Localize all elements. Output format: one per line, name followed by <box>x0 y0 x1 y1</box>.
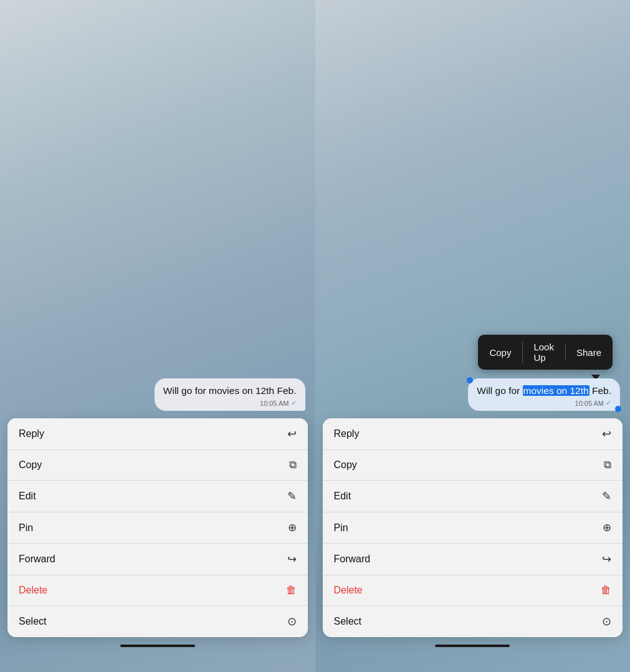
right-context-menu: Reply ↩ Copy ⧉ Edit ✎ Pin ⊕ Forward ↪ De… <box>323 418 623 637</box>
left-menu-edit-label: Edit <box>19 491 36 502</box>
left-menu-copy-label: Copy <box>19 459 42 471</box>
left-message-area: Will go for movies on 12th Feb. 10:05 AM… <box>0 378 315 418</box>
right-menu-copy[interactable]: Copy ⧉ <box>323 450 623 481</box>
right-text-selected: movies on 12th <box>523 385 589 396</box>
left-panel: Will go for movies on 12th Feb. 10:05 AM… <box>0 0 315 672</box>
right-home-indicator <box>435 645 510 647</box>
right-menu-select[interactable]: Select ⊙ <box>323 606 623 637</box>
left-menu-pin[interactable]: Pin ⊕ <box>7 512 308 544</box>
left-menu-delete-label: Delete <box>19 585 47 596</box>
toolbar-lookup-btn[interactable]: Look Up <box>522 335 565 370</box>
right-menu-forward[interactable]: Forward ↪ <box>323 544 623 575</box>
left-copy-icon: ⧉ <box>289 459 297 471</box>
left-menu-copy[interactable]: Copy ⧉ <box>7 450 308 481</box>
right-menu-edit-label: Edit <box>334 491 351 502</box>
left-reply-icon: ↩ <box>287 427 297 441</box>
left-edit-icon: ✎ <box>287 489 297 503</box>
toolbar-copy-btn[interactable]: Copy <box>478 340 522 365</box>
selection-handle-right <box>615 406 621 412</box>
left-message-meta: 10:05 AM ✓ <box>163 399 297 407</box>
right-message-time: 10:05 AM <box>575 400 604 407</box>
left-forward-icon: ↪ <box>287 552 297 566</box>
right-menu-delete[interactable]: Delete 🗑 <box>323 575 623 606</box>
left-message-time: 10:05 AM <box>260 400 289 407</box>
left-select-icon: ⊙ <box>287 615 297 628</box>
right-panel: Copy Look Up Share Will go for movies on… <box>315 0 631 672</box>
left-message-bubble: Will go for movies on 12th Feb. 10:05 AM… <box>155 378 305 411</box>
left-context-menu: Reply ↩ Copy ⧉ Edit ✎ Pin ⊕ Forward ↪ De… <box>7 418 308 637</box>
left-message-text: Will go for movies on 12th Feb. <box>163 385 297 396</box>
selection-handle-left <box>467 377 473 383</box>
right-menu-edit[interactable]: Edit ✎ <box>323 481 623 512</box>
left-menu-select[interactable]: Select ⊙ <box>7 606 308 637</box>
left-home-indicator <box>120 645 195 647</box>
right-text-after: Feb. <box>589 385 611 396</box>
left-message-tick: ✓ <box>291 399 297 407</box>
right-text-before: Will go for <box>477 385 522 396</box>
left-menu-reply[interactable]: Reply ↩ <box>7 418 308 450</box>
right-message-tick: ✓ <box>606 399 611 407</box>
left-menu-reply-label: Reply <box>19 428 44 439</box>
right-message-area: Will go for movies on 12th Feb. 10:05 AM… <box>315 378 631 418</box>
right-menu-delete-label: Delete <box>334 585 363 596</box>
left-menu-forward-label: Forward <box>19 554 55 565</box>
left-menu-pin-label: Pin <box>19 522 33 534</box>
right-message-text: Will go for movies on 12th Feb. <box>477 385 611 396</box>
right-pin-icon: ⊕ <box>603 521 611 534</box>
text-selection-toolbar: Copy Look Up Share <box>478 335 613 370</box>
left-menu-forward[interactable]: Forward ↪ <box>7 544 308 575</box>
right-menu-forward-label: Forward <box>334 554 371 565</box>
right-copy-icon: ⧉ <box>604 459 611 471</box>
right-select-icon: ⊙ <box>602 615 611 628</box>
right-message-bubble: Will go for movies on 12th Feb. 10:05 AM… <box>468 378 620 411</box>
right-menu-pin-label: Pin <box>334 522 348 534</box>
left-delete-icon: 🗑 <box>286 584 297 597</box>
right-menu-copy-label: Copy <box>334 459 357 471</box>
left-menu-edit[interactable]: Edit ✎ <box>7 481 308 512</box>
right-menu-reply[interactable]: Reply ↩ <box>323 418 623 450</box>
left-pin-icon: ⊕ <box>288 521 297 534</box>
right-message-meta: 10:05 AM ✓ <box>477 399 611 407</box>
left-menu-delete[interactable]: Delete 🗑 <box>7 575 308 606</box>
right-reply-icon: ↩ <box>602 427 611 441</box>
right-menu-reply-label: Reply <box>334 428 360 439</box>
right-forward-icon: ↪ <box>602 552 611 566</box>
right-delete-icon: 🗑 <box>601 584 611 597</box>
right-menu-pin[interactable]: Pin ⊕ <box>323 512 623 544</box>
left-menu-select-label: Select <box>19 616 46 627</box>
right-menu-select-label: Select <box>334 616 361 627</box>
right-edit-icon: ✎ <box>602 489 611 503</box>
toolbar-share-btn[interactable]: Share <box>565 340 613 365</box>
